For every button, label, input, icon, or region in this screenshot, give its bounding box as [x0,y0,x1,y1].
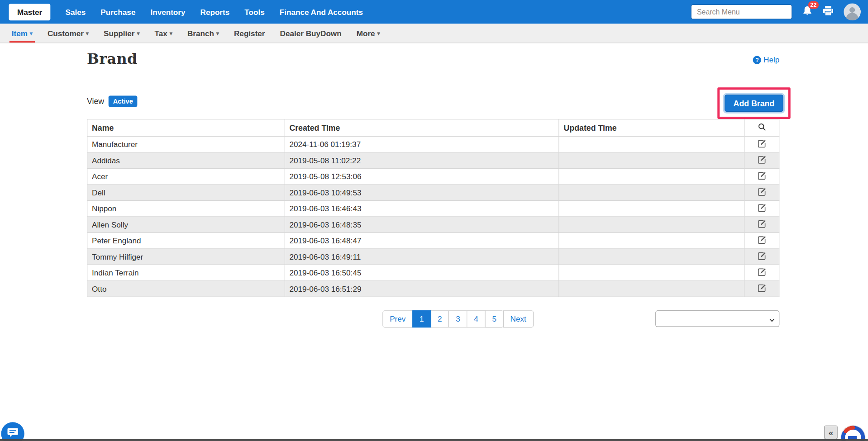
table-row: Otto 2019-06-03 16:51:29 [87,281,779,297]
search-input[interactable] [691,5,792,19]
cell-created-time: 2019-05-08 11:02:22 [285,152,559,168]
edit-icon [758,284,766,294]
edit-row-button[interactable] [758,236,766,246]
help-link-label: Help [763,55,779,64]
subnav-item-label: Item [12,29,28,38]
cell-created-time: 2019-06-03 16:48:35 [285,217,559,232]
page-size-select[interactable] [655,310,779,327]
edit-icon [758,252,766,262]
cell-updated-time [559,217,744,232]
pagination-page[interactable]: 2 [430,310,449,327]
printer-icon [823,5,834,18]
edit-row-button[interactable] [758,156,766,166]
subnav-item[interactable]: Register [234,24,265,43]
notifications-button[interactable]: 22 [802,5,812,19]
view-filter-row: View Active [87,96,138,107]
chat-icon [7,428,18,440]
main-menu-item[interactable]: Sales [66,8,86,17]
subnav-item-label: Register [234,29,265,38]
collapse-button[interactable]: « [824,426,837,440]
subnav-item[interactable]: Tax ▾ [155,24,172,43]
main-menu: Master Sales Purchase Inventory Reports … [9,4,363,20]
column-header-updated-time[interactable]: Updated Time [559,119,744,137]
pagination-page[interactable]: 3 [448,310,467,327]
pagination-page[interactable]: 4 [467,310,485,327]
edit-icon [758,171,766,181]
table-row: Acer 2019-05-08 12:53:06 [87,168,779,184]
pagination-prev[interactable]: Prev [382,310,413,327]
table-body: Manufacturer 2024-11-06 01:19:37 [87,137,779,297]
cell-updated-time [559,168,744,184]
edit-row-button[interactable] [758,204,766,213]
subnav-item-label: Tax [155,29,167,38]
edit-row-button[interactable] [758,171,766,181]
subnav-item[interactable]: More ▾ [357,24,380,43]
pagination-page[interactable]: 5 [485,310,504,327]
main-menu-item[interactable]: Purchase [100,8,135,17]
chevron-down-icon: ▾ [377,30,380,36]
page: Master Sales Purchase Inventory Reports … [0,0,868,441]
main-menu-item[interactable]: Tools [244,8,264,17]
edit-icon [758,220,766,230]
collapse-icon: « [829,428,833,436]
cell-name: Otto [87,281,285,297]
main-menu-item[interactable]: Inventory [150,8,185,17]
cell-name: Dell [87,185,285,200]
column-header-name[interactable]: Name [87,119,285,137]
cell-updated-time [559,152,744,168]
cell-created-time: 2024-11-06 01:19:37 [285,137,559,152]
help-icon: ? [753,56,761,64]
cell-created-time: 2019-06-03 10:49:53 [285,185,559,200]
table-header-row: Name Created Time Updated Time [87,119,779,137]
subnav-item-label: Customer [48,29,84,38]
edit-row-button[interactable] [758,220,766,230]
edit-row-button[interactable] [758,139,766,149]
print-button[interactable] [823,5,834,18]
cell-updated-time [559,232,744,248]
avatar[interactable] [844,3,861,20]
cell-name: Peter England [87,232,285,248]
subnav-item[interactable]: Supplier ▾ [104,24,140,43]
column-header-created-time[interactable]: Created Time [285,119,559,137]
pagination-page[interactable]: 1 [412,310,431,327]
cell-name: Nippon [87,200,285,216]
edit-icon [758,236,766,246]
edit-row-button[interactable] [758,188,766,198]
edit-row-button[interactable] [758,252,766,262]
table-row: Tommy Hilfiger 2019-06-03 16:49:11 [87,249,779,265]
cell-created-time: 2019-06-03 16:49:11 [285,249,559,265]
cell-name: Manufacturer [87,137,285,152]
edit-icon [758,156,766,166]
main-menu-item[interactable]: Master [9,4,51,20]
subnav-item-label: More [357,29,375,38]
pagination-next[interactable]: Next [503,310,534,327]
chevron-down-icon: ▾ [30,30,33,36]
subnav-item-label: Branch [187,29,214,38]
cell-updated-time [559,185,744,200]
main-content: Brand ? Help View Active Add Brand Name … [0,43,868,441]
table-search-button[interactable] [744,119,779,137]
main-menu-item[interactable]: Reports [200,8,230,17]
view-status-badge[interactable]: Active [109,96,138,107]
notification-count-badge: 22 [808,1,819,9]
chevron-down-icon: ▾ [86,30,89,36]
main-menu-item[interactable]: Finance And Accounts [280,8,363,17]
cell-name: Addidas [87,152,285,168]
help-link[interactable]: ? Help [753,55,779,64]
edit-row-button[interactable] [758,284,766,294]
chevron-down-icon: ▾ [137,30,139,36]
edit-row-button[interactable] [758,268,766,278]
subnav-item[interactable]: Item ▾ [12,24,33,43]
cell-updated-time [559,265,744,280]
cell-created-time: 2019-06-03 16:48:47 [285,232,559,248]
subnav-item[interactable]: Dealer BuyDown [280,24,342,43]
table-row: Addidas 2019-05-08 11:02:22 [87,152,779,168]
cell-name: Tommy Hilfiger [87,249,285,265]
search-icon [758,124,766,133]
subnav-item[interactable]: Customer ▾ [48,24,89,43]
secondary-navigation-bar: Item ▾ Customer ▾ Supplier ▾ Tax ▾ Branc… [0,24,868,43]
annotation-highlight-box: Add Brand [717,87,791,119]
cell-created-time: 2019-06-03 16:51:29 [285,281,559,297]
subnav-item[interactable]: Branch ▾ [187,24,219,43]
add-brand-button[interactable]: Add Brand [725,95,783,112]
